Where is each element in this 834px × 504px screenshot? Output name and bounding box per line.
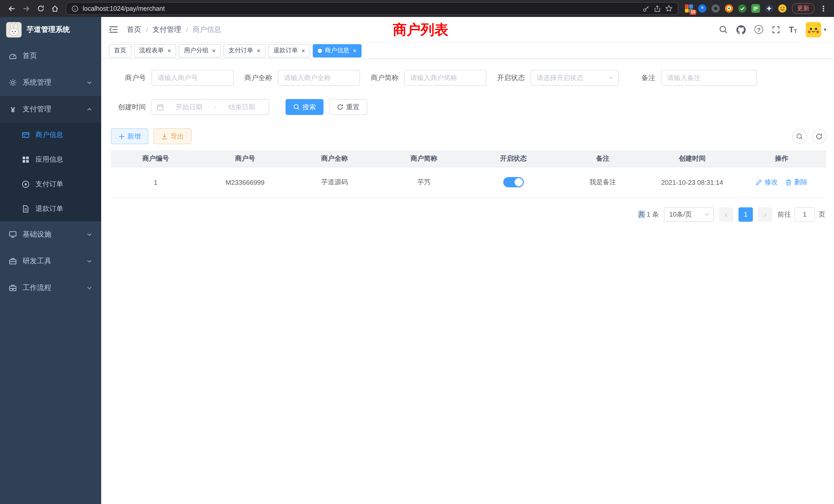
search-button[interactable]: 搜索 <box>286 99 324 115</box>
prev-page-button[interactable]: ‹ <box>719 207 733 222</box>
pagination-goto: 前往 页 <box>777 207 825 222</box>
toggle-search-button[interactable] <box>792 129 807 143</box>
export-button[interactable]: 导出 <box>154 128 192 144</box>
breadcrumb-current: 商户信息 <box>193 25 221 34</box>
full-name-input[interactable] <box>278 70 360 86</box>
back-arrow-icon <box>8 4 16 13</box>
app-body: 芋道管理系统 首页 系统管理 ¥ 支付管理 <box>0 17 834 504</box>
date-end-placeholder: 结束日期 <box>220 102 264 112</box>
goto-page-input[interactable] <box>794 207 815 222</box>
tab-user-group[interactable]: 用户分组 × <box>179 44 221 57</box>
create-time-range-picker[interactable]: 开始日期 - 结束日期 <box>152 99 269 115</box>
tab-active-dot <box>318 48 322 53</box>
pagination-total: 共 1 条 <box>638 210 659 219</box>
short-name-input[interactable] <box>404 70 486 86</box>
refresh-table-button[interactable] <box>812 129 826 143</box>
next-page-button[interactable]: › <box>758 207 772 222</box>
col-remark: 备注 <box>558 151 647 167</box>
sidebar-item-label: 支付订单 <box>36 180 63 189</box>
sidebar-item-system[interactable]: 系统管理 <box>0 69 101 96</box>
sidebar-item-home[interactable]: 首页 <box>0 43 101 69</box>
user-avatar[interactable]: ▾ <box>806 22 826 37</box>
browser-reload-button[interactable] <box>34 2 47 15</box>
chevron-down-icon <box>86 258 92 264</box>
hamburger-icon[interactable] <box>109 26 118 33</box>
extension-icon-3[interactable] <box>711 4 720 13</box>
share-icon[interactable] <box>654 5 661 12</box>
sidebar-item-dev-tools[interactable]: 研发工具 <box>0 248 101 275</box>
main-area: 首页 / 支付管理 / 商户信息 商户列表 ? <box>101 17 834 504</box>
extension-icon-2[interactable] <box>698 4 707 13</box>
extension-icon-6[interactable] <box>751 4 760 13</box>
sidebar-item-refund-order[interactable]: 退款订单 <box>0 197 101 221</box>
extension-icon-7[interactable] <box>765 4 773 13</box>
search-icon[interactable] <box>719 25 728 34</box>
sidebar-item-infrastructure[interactable]: 基础设施 <box>0 221 101 248</box>
tab-merchant-info[interactable]: 商户信息 × <box>313 44 361 57</box>
logo-image <box>6 22 22 38</box>
password-key-icon[interactable] <box>642 5 650 12</box>
status-toggle[interactable] <box>503 177 524 187</box>
dashboard-icon <box>9 52 17 60</box>
export-button-label: 导出 <box>171 132 184 141</box>
merchant-no-label: 商户号 <box>111 73 146 83</box>
delete-link-label: 删除 <box>794 178 808 187</box>
col-short-name: 商户简称 <box>379 151 468 167</box>
tab-close-icon[interactable]: × <box>168 47 171 54</box>
chevron-up-icon <box>86 106 92 112</box>
table-toolbar: 新增 导出 <box>111 128 826 144</box>
sidebar-item-workflow[interactable]: 工作流程 <box>0 275 101 301</box>
address-bar[interactable]: localhost:1024/pay/merchant <box>66 2 678 15</box>
font-size-icon[interactable]: TT <box>789 25 797 33</box>
browser-forward-button[interactable] <box>20 2 33 15</box>
merchant-no-input[interactable] <box>152 70 234 86</box>
help-icon[interactable]: ? <box>754 25 763 34</box>
breadcrumb-pay[interactable]: 支付管理 <box>153 25 181 34</box>
chevron-down-icon <box>86 231 92 238</box>
github-icon[interactable] <box>737 25 746 34</box>
pay-submenu: 商户信息 应用信息 支付订单 退款订单 <box>0 123 101 221</box>
extension-icon-5[interactable] <box>738 4 747 13</box>
site-info-icon[interactable] <box>71 5 79 12</box>
tab-label: 首页 <box>114 46 126 55</box>
add-button[interactable]: 新增 <box>111 128 148 144</box>
extension-icon-4[interactable] <box>725 4 733 13</box>
profile-avatar-chrome[interactable] <box>778 4 787 13</box>
extension-icon-1[interactable]: 10 <box>684 4 693 13</box>
cell-create-time: 2021-10-23 08:31:14 <box>648 167 737 198</box>
current-page-button[interactable]: 1 <box>739 207 753 222</box>
bookmark-star-icon[interactable] <box>665 5 673 12</box>
app-logo[interactable]: 芋道管理系统 <box>0 17 101 43</box>
forward-arrow-icon <box>22 4 30 13</box>
tab-close-icon[interactable]: × <box>302 47 305 54</box>
sidebar-item-app-info[interactable]: 应用信息 <box>0 147 101 172</box>
breadcrumb-home[interactable]: 首页 <box>127 25 141 34</box>
delete-link[interactable]: 删除 <box>786 178 808 187</box>
edit-link[interactable]: 修改 <box>756 178 778 187</box>
tab-close-icon[interactable]: × <box>212 47 216 54</box>
browser-back-button[interactable] <box>5 2 19 15</box>
tab-close-icon[interactable]: × <box>353 47 356 54</box>
page-size-select[interactable]: 10条/页 <box>664 207 714 222</box>
status-select[interactable]: 请选择开启状态 <box>530 70 619 86</box>
browser-menu-icon[interactable]: ⋮ <box>818 4 829 13</box>
tab-pay-order[interactable]: 支付订单 × <box>223 44 265 57</box>
goto-label: 前往 <box>777 210 791 219</box>
sidebar-item-label: 基础设施 <box>23 230 51 239</box>
tab-process-form[interactable]: 流程表单 × <box>134 44 176 57</box>
tab-home[interactable]: 首页 <box>109 44 131 57</box>
status-label: 开启状态 <box>497 73 530 83</box>
fullscreen-icon[interactable] <box>772 25 780 33</box>
remark-input[interactable] <box>661 70 757 86</box>
sidebar-item-pay[interactable]: ¥ 支付管理 <box>0 96 101 123</box>
sidebar-item-pay-order[interactable]: 支付订单 <box>0 172 101 197</box>
tab-refund-order[interactable]: 退款订单 × <box>268 44 310 57</box>
tab-close-icon[interactable]: × <box>257 47 260 54</box>
status-select-placeholder: 请选择开启状态 <box>537 73 584 83</box>
breadcrumb-separator: / <box>186 25 188 33</box>
browser-home-button[interactable] <box>48 2 62 15</box>
sidebar-item-merchant-info[interactable]: 商户信息 <box>0 123 101 147</box>
browser-update-button[interactable]: 更新 <box>792 3 814 14</box>
reset-button[interactable]: 重置 <box>329 99 367 115</box>
cell-status <box>468 167 558 198</box>
